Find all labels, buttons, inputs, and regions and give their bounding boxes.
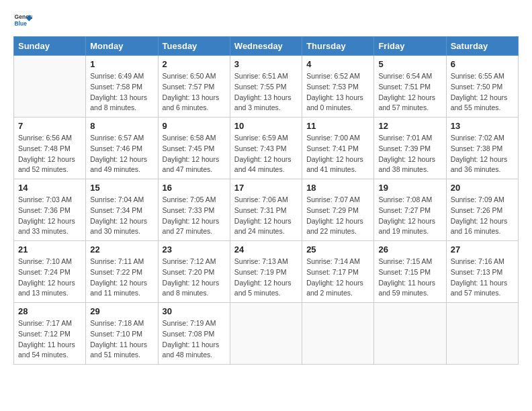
calendar-week-row: 1Sunrise: 6:49 AMSunset: 7:58 PMDaylight… bbox=[14, 56, 519, 118]
day-number: 19 bbox=[378, 183, 441, 193]
calendar-week-row: 21Sunrise: 7:10 AMSunset: 7:24 PMDayligh… bbox=[14, 241, 519, 303]
day-number: 17 bbox=[234, 183, 298, 193]
calendar-cell: 6Sunrise: 6:55 AMSunset: 7:50 PMDaylight… bbox=[446, 56, 518, 118]
day-info: Sunrise: 6:55 AMSunset: 7:50 PMDaylight:… bbox=[451, 71, 514, 113]
day-info: Sunrise: 6:50 AMSunset: 7:57 PMDaylight:… bbox=[163, 71, 226, 113]
day-number: 9 bbox=[163, 121, 226, 131]
day-number: 18 bbox=[306, 183, 369, 193]
day-info: Sunrise: 7:02 AMSunset: 7:38 PMDaylight:… bbox=[451, 133, 514, 175]
day-info: Sunrise: 6:58 AMSunset: 7:45 PMDaylight:… bbox=[163, 133, 226, 175]
day-of-week-header: Friday bbox=[374, 37, 446, 56]
calendar-cell bbox=[302, 303, 374, 365]
calendar-cell: 9Sunrise: 6:58 AMSunset: 7:45 PMDaylight… bbox=[158, 118, 230, 179]
day-info: Sunrise: 7:04 AMSunset: 7:34 PMDaylight:… bbox=[90, 195, 153, 237]
day-info: Sunrise: 7:11 AMSunset: 7:22 PMDaylight:… bbox=[90, 257, 153, 299]
day-info: Sunrise: 6:59 AMSunset: 7:43 PMDaylight:… bbox=[234, 133, 298, 175]
calendar-cell: 30Sunrise: 7:19 AMSunset: 7:08 PMDayligh… bbox=[158, 303, 230, 365]
calendar-body: 1Sunrise: 6:49 AMSunset: 7:58 PMDaylight… bbox=[14, 56, 519, 365]
day-number: 1 bbox=[90, 59, 153, 69]
calendar-cell: 12Sunrise: 7:01 AMSunset: 7:39 PMDayligh… bbox=[374, 118, 446, 179]
day-number: 22 bbox=[90, 244, 153, 255]
day-info: Sunrise: 6:57 AMSunset: 7:46 PMDaylight:… bbox=[90, 133, 153, 175]
calendar-cell: 26Sunrise: 7:15 AMSunset: 7:15 PMDayligh… bbox=[374, 241, 446, 303]
day-info: Sunrise: 7:06 AMSunset: 7:31 PMDaylight:… bbox=[234, 195, 298, 237]
day-of-week-header: Tuesday bbox=[158, 37, 230, 56]
day-info: Sunrise: 7:14 AMSunset: 7:17 PMDaylight:… bbox=[306, 257, 369, 299]
calendar-week-row: 7Sunrise: 6:56 AMSunset: 7:48 PMDaylight… bbox=[14, 118, 519, 179]
day-number: 21 bbox=[18, 244, 81, 255]
day-number: 27 bbox=[451, 244, 514, 255]
calendar-cell: 14Sunrise: 7:03 AMSunset: 7:36 PMDayligh… bbox=[14, 179, 86, 241]
day-of-week-header: Sunday bbox=[14, 37, 86, 56]
day-number: 25 bbox=[306, 244, 369, 255]
day-info: Sunrise: 7:15 AMSunset: 7:15 PMDaylight:… bbox=[378, 257, 441, 299]
calendar-cell: 22Sunrise: 7:11 AMSunset: 7:22 PMDayligh… bbox=[86, 241, 158, 303]
calendar-cell bbox=[374, 303, 446, 365]
calendar-cell: 25Sunrise: 7:14 AMSunset: 7:17 PMDayligh… bbox=[302, 241, 374, 303]
svg-text:Blue: Blue bbox=[15, 20, 28, 27]
calendar-cell: 3Sunrise: 6:51 AMSunset: 7:55 PMDaylight… bbox=[230, 56, 302, 118]
day-info: Sunrise: 7:18 AMSunset: 7:10 PMDaylight:… bbox=[90, 318, 153, 361]
day-number: 14 bbox=[18, 183, 81, 193]
calendar-cell: 29Sunrise: 7:18 AMSunset: 7:10 PMDayligh… bbox=[86, 303, 158, 365]
day-info: Sunrise: 6:51 AMSunset: 7:55 PMDaylight:… bbox=[234, 71, 298, 113]
calendar-cell: 11Sunrise: 7:00 AMSunset: 7:41 PMDayligh… bbox=[302, 118, 374, 179]
day-info: Sunrise: 6:49 AMSunset: 7:58 PMDaylight:… bbox=[90, 71, 153, 113]
day-number: 10 bbox=[234, 121, 298, 131]
page-header: General Blue bbox=[13, 11, 519, 30]
calendar-table: SundayMondayTuesdayWednesdayThursdayFrid… bbox=[13, 36, 519, 365]
calendar-cell bbox=[446, 303, 518, 365]
day-number: 13 bbox=[451, 121, 514, 131]
day-info: Sunrise: 7:13 AMSunset: 7:19 PMDaylight:… bbox=[234, 257, 298, 299]
day-number: 23 bbox=[163, 244, 226, 255]
calendar-cell: 13Sunrise: 7:02 AMSunset: 7:38 PMDayligh… bbox=[446, 118, 518, 179]
day-number: 24 bbox=[234, 244, 298, 255]
day-number: 16 bbox=[163, 183, 226, 193]
day-info: Sunrise: 6:52 AMSunset: 7:53 PMDaylight:… bbox=[306, 71, 369, 113]
day-number: 7 bbox=[18, 121, 81, 131]
day-of-week-header: Thursday bbox=[302, 37, 374, 56]
logo: General Blue bbox=[13, 11, 32, 30]
calendar-cell bbox=[14, 56, 86, 118]
calendar-cell: 16Sunrise: 7:05 AMSunset: 7:33 PMDayligh… bbox=[158, 179, 230, 241]
day-of-week-header: Wednesday bbox=[230, 37, 302, 56]
day-number: 4 bbox=[306, 59, 369, 69]
day-number: 28 bbox=[18, 306, 81, 316]
day-number: 8 bbox=[90, 121, 153, 131]
calendar-cell bbox=[230, 303, 302, 365]
day-info: Sunrise: 7:17 AMSunset: 7:12 PMDaylight:… bbox=[18, 318, 81, 361]
day-number: 12 bbox=[378, 121, 441, 131]
day-info: Sunrise: 7:05 AMSunset: 7:33 PMDaylight:… bbox=[163, 195, 226, 237]
calendar-cell: 24Sunrise: 7:13 AMSunset: 7:19 PMDayligh… bbox=[230, 241, 302, 303]
day-number: 6 bbox=[451, 59, 514, 69]
day-of-week-header: Monday bbox=[86, 37, 158, 56]
day-number: 20 bbox=[451, 183, 514, 193]
calendar-cell: 20Sunrise: 7:09 AMSunset: 7:26 PMDayligh… bbox=[446, 179, 518, 241]
day-info: Sunrise: 7:09 AMSunset: 7:26 PMDaylight:… bbox=[451, 195, 514, 237]
calendar-week-row: 14Sunrise: 7:03 AMSunset: 7:36 PMDayligh… bbox=[14, 179, 519, 241]
calendar-cell: 8Sunrise: 6:57 AMSunset: 7:46 PMDaylight… bbox=[86, 118, 158, 179]
day-number: 30 bbox=[163, 306, 226, 316]
day-info: Sunrise: 7:16 AMSunset: 7:13 PMDaylight:… bbox=[451, 257, 514, 299]
calendar-cell: 18Sunrise: 7:07 AMSunset: 7:29 PMDayligh… bbox=[302, 179, 374, 241]
day-info: Sunrise: 7:12 AMSunset: 7:20 PMDaylight:… bbox=[163, 257, 226, 299]
calendar-cell: 2Sunrise: 6:50 AMSunset: 7:57 PMDaylight… bbox=[158, 56, 230, 118]
day-info: Sunrise: 7:19 AMSunset: 7:08 PMDaylight:… bbox=[163, 318, 226, 361]
day-number: 15 bbox=[90, 183, 153, 193]
day-info: Sunrise: 7:07 AMSunset: 7:29 PMDaylight:… bbox=[306, 195, 369, 237]
day-number: 3 bbox=[234, 59, 298, 69]
day-info: Sunrise: 7:00 AMSunset: 7:41 PMDaylight:… bbox=[306, 133, 369, 175]
day-number: 26 bbox=[378, 244, 441, 255]
calendar-cell: 7Sunrise: 6:56 AMSunset: 7:48 PMDaylight… bbox=[14, 118, 86, 179]
calendar-header-row: SundayMondayTuesdayWednesdayThursdayFrid… bbox=[14, 37, 519, 56]
calendar-cell: 5Sunrise: 6:54 AMSunset: 7:51 PMDaylight… bbox=[374, 56, 446, 118]
day-info: Sunrise: 7:01 AMSunset: 7:39 PMDaylight:… bbox=[378, 133, 441, 175]
day-number: 11 bbox=[306, 121, 369, 131]
calendar-cell: 4Sunrise: 6:52 AMSunset: 7:53 PMDaylight… bbox=[302, 56, 374, 118]
calendar-cell: 17Sunrise: 7:06 AMSunset: 7:31 PMDayligh… bbox=[230, 179, 302, 241]
calendar-cell: 19Sunrise: 7:08 AMSunset: 7:27 PMDayligh… bbox=[374, 179, 446, 241]
calendar-cell: 28Sunrise: 7:17 AMSunset: 7:12 PMDayligh… bbox=[14, 303, 86, 365]
calendar-week-row: 28Sunrise: 7:17 AMSunset: 7:12 PMDayligh… bbox=[14, 303, 519, 365]
day-number: 5 bbox=[378, 59, 441, 69]
day-number: 2 bbox=[163, 59, 226, 69]
